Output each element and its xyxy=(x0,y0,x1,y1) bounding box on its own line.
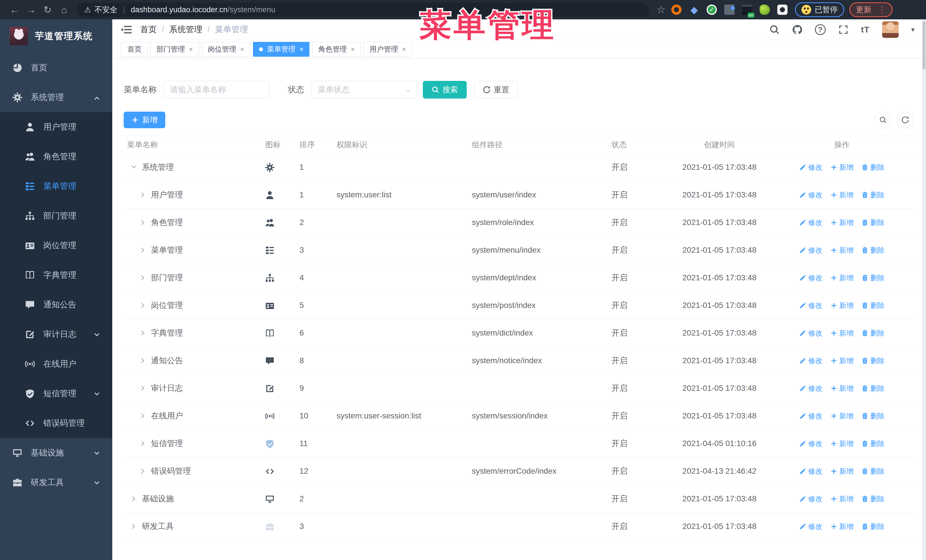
font-size-icon[interactable]: tT xyxy=(861,25,870,35)
delete-action[interactable]: 删除 xyxy=(862,190,885,200)
sidebar-item-users[interactable]: 角色管理 xyxy=(0,142,112,172)
edit-action[interactable]: 修改 xyxy=(799,328,823,338)
delete-action[interactable]: 删除 xyxy=(862,301,885,310)
tab-4[interactable]: 角色管理× xyxy=(312,42,361,57)
sidebar-item-online[interactable]: 在线用户 xyxy=(0,349,112,379)
search-button[interactable]: 搜索 xyxy=(423,81,467,98)
close-icon[interactable]: × xyxy=(300,45,303,53)
bookmark-star-icon[interactable]: ☆ xyxy=(657,4,666,16)
expand-arrow-icon[interactable] xyxy=(139,468,147,474)
sidebar-item-gear[interactable]: 系统管理 xyxy=(0,83,112,112)
browser-menu-dots-icon[interactable]: ⋮ xyxy=(878,5,886,14)
chrome-update-button[interactable]: 更新 ⋮ xyxy=(849,2,893,17)
add-action[interactable]: 新增 xyxy=(831,356,853,365)
address-bar[interactable]: ⚠ 不安全 | dashboard.yudao.iocoder.cn/syste… xyxy=(76,3,649,17)
browser-forward-icon[interactable]: → xyxy=(23,4,39,15)
sidebar-item-dict[interactable]: 字典管理 xyxy=(0,260,112,290)
expand-arrow-icon[interactable] xyxy=(139,274,147,281)
close-icon[interactable]: × xyxy=(402,45,406,53)
add-action[interactable]: 新增 xyxy=(831,301,853,310)
edit-action[interactable]: 修改 xyxy=(799,439,823,448)
edit-action[interactable]: 修改 xyxy=(799,411,823,421)
extension-icon[interactable]: on xyxy=(742,5,752,15)
expand-arrow-icon[interactable] xyxy=(139,412,147,419)
extension-icon[interactable]: ✓ xyxy=(707,5,717,15)
expand-arrow-icon[interactable] xyxy=(130,495,137,502)
delete-action[interactable]: 删除 xyxy=(862,328,885,338)
tab-3[interactable]: 菜单管理× xyxy=(253,42,309,57)
close-icon[interactable]: × xyxy=(240,45,244,53)
avatar-caret-icon[interactable]: ▾ xyxy=(911,26,915,33)
add-action[interactable]: 新增 xyxy=(831,218,853,227)
delete-action[interactable]: 删除 xyxy=(862,384,885,393)
delete-action[interactable]: 删除 xyxy=(862,163,885,172)
expand-arrow-icon[interactable] xyxy=(139,385,147,392)
edit-action[interactable]: 修改 xyxy=(799,356,823,365)
extension-icon[interactable]: ◆ xyxy=(724,5,735,15)
app-logo[interactable]: 芋道管理系统 xyxy=(0,20,112,53)
edit-action[interactable]: 修改 xyxy=(799,522,823,531)
profile-paused-badge[interactable]: 已暂停 xyxy=(795,2,844,17)
fullscreen-icon[interactable] xyxy=(838,24,849,35)
close-icon[interactable]: × xyxy=(189,45,193,53)
show-search-icon[interactable] xyxy=(875,112,891,128)
reset-button[interactable]: 重置 xyxy=(474,81,518,98)
tab-0[interactable]: 首页 xyxy=(121,42,148,57)
delete-action[interactable]: 删除 xyxy=(862,439,885,448)
extension-icon[interactable]: ◆ xyxy=(689,5,699,15)
expand-arrow-icon[interactable] xyxy=(139,329,147,337)
add-action[interactable]: 新增 xyxy=(831,411,853,421)
sidebar-item-code[interactable]: 错误码管理 xyxy=(0,409,112,438)
delete-action[interactable]: 删除 xyxy=(862,273,885,282)
delete-action[interactable]: 删除 xyxy=(862,218,885,227)
edit-action[interactable]: 修改 xyxy=(799,466,823,476)
sidebar-item-message[interactable]: 通知公告 xyxy=(0,290,112,320)
add-action[interactable]: 新增 xyxy=(831,246,853,255)
expand-arrow-icon[interactable] xyxy=(139,302,147,309)
edit-action[interactable]: 修改 xyxy=(799,384,823,393)
expand-arrow-icon[interactable] xyxy=(130,523,137,530)
sidebar-item-tree-table[interactable]: 菜单管理 xyxy=(0,172,112,201)
github-icon[interactable] xyxy=(792,24,802,35)
sidebar-item-monitor[interactable]: 基础设施 xyxy=(0,438,112,468)
sidebar-item-post[interactable]: 岗位管理 xyxy=(0,231,112,260)
add-action[interactable]: 新增 xyxy=(831,190,853,200)
sidebar-item-dashboard[interactable]: 首页 xyxy=(0,53,112,83)
edit-action[interactable]: 修改 xyxy=(799,218,823,227)
edit-action[interactable]: 修改 xyxy=(799,163,823,172)
delete-action[interactable]: 删除 xyxy=(862,411,885,421)
add-action[interactable]: 新增 xyxy=(831,466,853,476)
delete-action[interactable]: 删除 xyxy=(862,466,885,476)
edit-action[interactable]: 修改 xyxy=(799,273,823,282)
sidebar-item-tree[interactable]: 部门管理 xyxy=(0,201,112,231)
add-action[interactable]: 新增 xyxy=(831,494,853,504)
add-button[interactable]: 新增 xyxy=(124,112,165,128)
sidebar-item-sms[interactable]: 短信管理 xyxy=(0,379,112,409)
expand-arrow-icon[interactable] xyxy=(139,357,147,364)
browser-back-icon[interactable]: ← xyxy=(6,4,23,15)
breadcrumb-home[interactable]: 首页 xyxy=(140,24,157,35)
expand-arrow-icon[interactable] xyxy=(130,164,137,171)
delete-action[interactable]: 删除 xyxy=(862,494,885,504)
extensions-puzzle-icon[interactable] xyxy=(777,5,788,15)
add-action[interactable]: 新增 xyxy=(831,273,853,282)
help-icon[interactable]: ? xyxy=(815,24,826,35)
edit-action[interactable]: 修改 xyxy=(799,246,823,255)
search-icon[interactable] xyxy=(769,24,779,35)
extension-icon[interactable] xyxy=(760,5,770,15)
add-action[interactable]: 新增 xyxy=(831,163,853,172)
delete-action[interactable]: 删除 xyxy=(862,356,885,365)
tab-5[interactable]: 用户管理× xyxy=(363,42,412,57)
expand-arrow-icon[interactable] xyxy=(139,440,147,447)
close-icon[interactable]: × xyxy=(351,45,355,53)
expand-arrow-icon[interactable] xyxy=(139,192,147,198)
edit-action[interactable]: 修改 xyxy=(799,494,823,504)
breadcrumb-system[interactable]: 系统管理 xyxy=(169,24,202,35)
tab-1[interactable]: 部门管理× xyxy=(150,42,199,57)
page-scrollbar[interactable] xyxy=(922,20,926,560)
sidebar-fold-icon[interactable] xyxy=(112,24,140,35)
tab-2[interactable]: 岗位管理× xyxy=(202,42,250,57)
expand-arrow-icon[interactable] xyxy=(139,247,147,254)
edit-action[interactable]: 修改 xyxy=(799,190,823,200)
add-action[interactable]: 新增 xyxy=(831,384,853,393)
